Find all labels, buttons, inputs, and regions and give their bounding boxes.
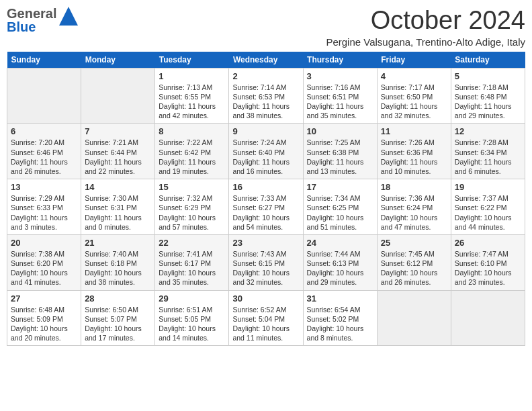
calendar-cell (7, 68, 81, 124)
day-info: Sunrise: 6:50 AM Sunset: 5:07 PM Dayligh… (85, 305, 151, 343)
calendar-cell: 6Sunrise: 7:20 AM Sunset: 6:46 PM Daylig… (7, 124, 81, 179)
calendar-header: SundayMondayTuesdayWednesdayThursdayFrid… (7, 52, 525, 68)
day-number: 5 (455, 71, 521, 81)
day-info: Sunrise: 7:28 AM Sunset: 6:34 PM Dayligh… (455, 138, 521, 176)
day-of-week-header: Sunday (7, 52, 81, 68)
svg-marker-0 (59, 7, 78, 26)
calendar-table: SundayMondayTuesdayWednesdayThursdayFrid… (7, 52, 525, 346)
day-info: Sunrise: 7:29 AM Sunset: 6:33 PM Dayligh… (11, 193, 77, 232)
month-year: October 2024 (326, 7, 525, 35)
calendar-cell (451, 290, 525, 346)
calendar-cell: 17Sunrise: 7:34 AM Sunset: 6:25 PM Dayli… (303, 179, 377, 235)
day-info: Sunrise: 6:54 AM Sunset: 5:02 PM Dayligh… (307, 305, 373, 343)
calendar-week-row: 27Sunrise: 6:48 AM Sunset: 5:09 PM Dayli… (7, 290, 525, 346)
calendar-cell (81, 68, 155, 124)
day-info: Sunrise: 7:32 AM Sunset: 6:29 PM Dayligh… (159, 193, 225, 232)
day-info: Sunrise: 7:37 AM Sunset: 6:22 PM Dayligh… (455, 193, 521, 232)
calendar-cell: 19Sunrise: 7:37 AM Sunset: 6:22 PM Dayli… (451, 179, 525, 235)
day-info: Sunrise: 7:25 AM Sunset: 6:38 PM Dayligh… (307, 138, 373, 176)
day-number: 21 (85, 238, 151, 248)
day-info: Sunrise: 7:44 AM Sunset: 6:13 PM Dayligh… (307, 249, 373, 287)
calendar-cell: 22Sunrise: 7:41 AM Sunset: 6:17 PM Dayli… (155, 234, 229, 290)
day-number: 3 (307, 71, 373, 81)
day-info: Sunrise: 7:16 AM Sunset: 6:51 PM Dayligh… (307, 83, 373, 121)
calendar-cell: 2Sunrise: 7:14 AM Sunset: 6:53 PM Daylig… (229, 68, 303, 124)
calendar-cell: 3Sunrise: 7:16 AM Sunset: 6:51 PM Daylig… (303, 68, 377, 124)
calendar-cell (377, 290, 451, 346)
day-number: 28 (85, 293, 151, 304)
day-info: Sunrise: 7:14 AM Sunset: 6:53 PM Dayligh… (232, 83, 299, 121)
day-number: 14 (85, 182, 151, 192)
day-number: 24 (307, 238, 373, 248)
day-info: Sunrise: 6:51 AM Sunset: 5:05 PM Dayligh… (159, 305, 225, 343)
day-info: Sunrise: 7:26 AM Sunset: 6:36 PM Dayligh… (381, 138, 447, 176)
calendar-cell: 26Sunrise: 7:47 AM Sunset: 6:10 PM Dayli… (451, 234, 525, 290)
day-number: 27 (11, 293, 77, 304)
calendar-cell: 5Sunrise: 7:18 AM Sunset: 6:48 PM Daylig… (451, 68, 525, 124)
day-number: 29 (159, 293, 225, 304)
calendar-cell: 9Sunrise: 7:24 AM Sunset: 6:40 PM Daylig… (229, 124, 303, 179)
day-number: 9 (232, 126, 299, 136)
day-info: Sunrise: 7:22 AM Sunset: 6:42 PM Dayligh… (159, 138, 225, 176)
calendar-cell: 24Sunrise: 7:44 AM Sunset: 6:13 PM Dayli… (303, 234, 377, 290)
day-number: 30 (232, 293, 299, 304)
calendar-week-row: 1Sunrise: 7:13 AM Sunset: 6:55 PM Daylig… (7, 68, 525, 124)
calendar-cell: 8Sunrise: 7:22 AM Sunset: 6:42 PM Daylig… (155, 124, 229, 179)
calendar-cell: 13Sunrise: 7:29 AM Sunset: 6:33 PM Dayli… (7, 179, 81, 235)
calendar-cell: 28Sunrise: 6:50 AM Sunset: 5:07 PM Dayli… (81, 290, 155, 346)
title-block: October 2024 Pergine Valsugana, Trentino… (326, 7, 525, 48)
day-number: 31 (307, 293, 373, 304)
calendar-cell: 7Sunrise: 7:21 AM Sunset: 6:44 PM Daylig… (81, 124, 155, 179)
day-number: 26 (455, 238, 521, 248)
calendar-cell: 15Sunrise: 7:32 AM Sunset: 6:29 PM Dayli… (155, 179, 229, 235)
day-info: Sunrise: 7:43 AM Sunset: 6:15 PM Dayligh… (232, 249, 299, 287)
day-number: 4 (381, 71, 447, 81)
day-info: Sunrise: 7:18 AM Sunset: 6:48 PM Dayligh… (455, 83, 521, 121)
day-info: Sunrise: 7:24 AM Sunset: 6:40 PM Dayligh… (232, 138, 299, 176)
day-of-week-header: Monday (81, 52, 155, 68)
day-of-week-header: Thursday (303, 52, 377, 68)
day-number: 20 (11, 238, 77, 248)
calendar-cell: 12Sunrise: 7:28 AM Sunset: 6:34 PM Dayli… (451, 124, 525, 179)
day-number: 22 (159, 238, 225, 248)
calendar-cell: 14Sunrise: 7:30 AM Sunset: 6:31 PM Dayli… (81, 179, 155, 235)
day-of-week-header: Wednesday (229, 52, 303, 68)
day-number: 8 (159, 126, 225, 136)
day-number: 23 (232, 238, 299, 248)
day-of-week-header: Saturday (451, 52, 525, 68)
day-info: Sunrise: 7:38 AM Sunset: 6:20 PM Dayligh… (11, 249, 77, 287)
day-info: Sunrise: 7:45 AM Sunset: 6:12 PM Dayligh… (381, 249, 447, 287)
day-of-week-header: Friday (377, 52, 451, 68)
day-number: 15 (159, 182, 225, 192)
calendar-cell: 20Sunrise: 7:38 AM Sunset: 6:20 PM Dayli… (7, 234, 81, 290)
calendar-cell: 10Sunrise: 7:25 AM Sunset: 6:38 PM Dayli… (303, 124, 377, 179)
calendar-cell: 23Sunrise: 7:43 AM Sunset: 6:15 PM Dayli… (229, 234, 303, 290)
day-info: Sunrise: 7:30 AM Sunset: 6:31 PM Dayligh… (85, 193, 151, 232)
day-info: Sunrise: 7:40 AM Sunset: 6:18 PM Dayligh… (85, 249, 151, 287)
day-info: Sunrise: 7:17 AM Sunset: 6:50 PM Dayligh… (381, 83, 447, 121)
calendar-cell: 18Sunrise: 7:36 AM Sunset: 6:24 PM Dayli… (377, 179, 451, 235)
calendar-cell: 4Sunrise: 7:17 AM Sunset: 6:50 PM Daylig… (377, 68, 451, 124)
logo-icon (59, 7, 78, 31)
calendar-week-row: 13Sunrise: 7:29 AM Sunset: 6:33 PM Dayli… (7, 179, 525, 235)
logo-general: General (7, 7, 56, 20)
day-number: 18 (381, 182, 447, 192)
day-number: 7 (85, 126, 151, 136)
calendar-week-row: 20Sunrise: 7:38 AM Sunset: 6:20 PM Dayli… (7, 234, 525, 290)
day-info: Sunrise: 6:48 AM Sunset: 5:09 PM Dayligh… (11, 305, 77, 343)
day-info: Sunrise: 7:34 AM Sunset: 6:25 PM Dayligh… (307, 193, 373, 232)
calendar-cell: 16Sunrise: 7:33 AM Sunset: 6:27 PM Dayli… (229, 179, 303, 235)
day-number: 10 (307, 126, 373, 136)
page-header: General Blue October 2024 Pergine Valsug… (7, 7, 525, 48)
day-number: 13 (11, 182, 77, 192)
day-number: 6 (11, 126, 77, 136)
calendar-cell: 11Sunrise: 7:26 AM Sunset: 6:36 PM Dayli… (377, 124, 451, 179)
logo-blue: Blue (7, 20, 56, 34)
day-info: Sunrise: 7:36 AM Sunset: 6:24 PM Dayligh… (381, 193, 447, 232)
day-info: Sunrise: 7:41 AM Sunset: 6:17 PM Dayligh… (159, 249, 225, 287)
day-info: Sunrise: 7:47 AM Sunset: 6:10 PM Dayligh… (455, 249, 521, 287)
calendar-cell: 25Sunrise: 7:45 AM Sunset: 6:12 PM Dayli… (377, 234, 451, 290)
day-number: 16 (232, 182, 299, 192)
day-number: 11 (381, 126, 447, 136)
calendar-week-row: 6Sunrise: 7:20 AM Sunset: 6:46 PM Daylig… (7, 124, 525, 179)
